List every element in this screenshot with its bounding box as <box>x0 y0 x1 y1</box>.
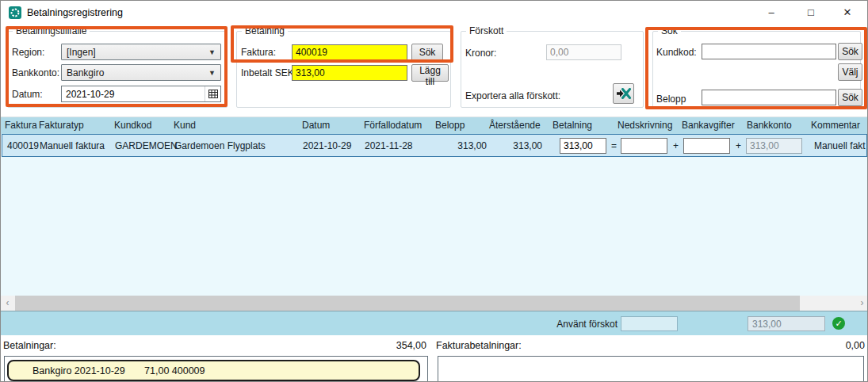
betalning-title: Betalning <box>242 25 288 36</box>
column-header-kundkod[interactable]: Kundkod <box>114 120 151 131</box>
valj-button[interactable]: Välj <box>838 63 862 81</box>
window-title: Betalningsregistrering <box>27 7 123 18</box>
lagg-till-button[interactable]: Lägg till <box>411 64 449 82</box>
equals-sign: = <box>611 140 617 151</box>
scroll-right-icon[interactable]: › <box>855 296 868 311</box>
scroll-left-icon[interactable]: ‹ <box>1 296 14 311</box>
app-icon-glyph <box>10 7 21 18</box>
belopp-sok-button[interactable]: Sök <box>838 89 862 106</box>
row-bankkonto-input <box>746 138 802 154</box>
row-kommentar: Manuell fakt <box>814 140 866 151</box>
betalningar-item-text: Bankgiro 2021-10-29 71,00 400009 <box>33 365 205 376</box>
plus-sign-2: + <box>736 140 741 151</box>
inbetalt-input[interactable] <box>292 65 407 81</box>
column-header-forfallodatum[interactable]: Förfallodatum <box>364 120 422 131</box>
row-kund: Gardemoen Flygplats <box>174 140 266 151</box>
anvant-forskott-bar: Använt förskot ✓ <box>1 311 868 335</box>
row-betalning-input[interactable] <box>560 138 606 154</box>
table-header-row: Faktura Fakturatyp Kundkod Kund Datum Fö… <box>1 117 868 134</box>
fakturabetalningar-listbox <box>438 356 864 382</box>
invoice-table: Faktura Fakturatyp Kundkod Kund Datum Fö… <box>1 117 868 296</box>
column-header-kund[interactable]: Kund <box>174 120 196 131</box>
kundkod-sok-button[interactable]: Sök <box>838 43 862 60</box>
calendar-icon[interactable] <box>205 86 220 101</box>
betalningar-list-item[interactable]: Bankgiro 2021-10-29 71,00 400009 <box>7 360 420 381</box>
datum-input[interactable] <box>62 86 205 101</box>
inbetalt-label: Inbetalt SEK: <box>241 67 296 78</box>
betalningsregistrering-window: Betalningsregistrering – □ ✕ Betalningst… <box>0 0 868 382</box>
invoice-row[interactable]: 400019 Manuell faktura GARDEMOEN Gardemo… <box>2 134 867 157</box>
column-header-kommentar[interactable]: Kommentar <box>811 120 860 131</box>
forskott-title: Förskott <box>466 25 507 36</box>
kronor-input <box>546 44 621 60</box>
export-excel-button[interactable] <box>613 83 634 104</box>
row-forfallodatum: 2021-11-28 <box>365 140 413 151</box>
belopp-label: Belopp <box>656 94 686 105</box>
faktura-label: Faktura: <box>241 47 276 58</box>
horizontal-scrollbar[interactable]: ‹ › <box>1 296 868 311</box>
chevron-down-icon: ▼ <box>208 69 216 77</box>
kundkod-input[interactable] <box>702 44 836 59</box>
bankkonto-label: Bankkonto: <box>12 67 59 78</box>
row-fakturatyp: Manuell faktura <box>40 140 105 151</box>
column-header-bankavgifter[interactable]: Bankavgifter <box>682 120 735 131</box>
fakturabetalningar-total: 0,00 <box>786 340 865 351</box>
row-bankavgifter-input[interactable] <box>683 138 730 154</box>
titlebar: Betalningsregistrering – □ ✕ <box>1 1 867 25</box>
minimize-button[interactable]: – <box>753 1 790 25</box>
bankkonto-select[interactable]: Bankgiro ▼ <box>61 64 221 81</box>
anvant-forskott-amount <box>748 316 825 331</box>
plus-sign-1: + <box>673 140 679 151</box>
fakturabetalningar-label: Fakturabetalningar: <box>436 340 522 351</box>
row-datum: 2021-10-29 <box>303 140 351 151</box>
app-icon <box>9 6 21 19</box>
belopp-input[interactable] <box>702 90 836 105</box>
chevron-down-icon: ▼ <box>208 48 216 56</box>
column-header-bankkonto[interactable]: Bankkonto <box>747 120 792 131</box>
region-label: Region: <box>12 47 44 58</box>
region-select[interactable]: [Ingen] ▼ <box>61 44 221 60</box>
row-nedskrivning-input[interactable] <box>621 138 667 154</box>
column-header-belopp[interactable]: Belopp <box>435 120 465 131</box>
betalningar-total: 354,00 <box>347 340 426 351</box>
column-header-fakturatyp[interactable]: Fakturatyp <box>39 120 84 131</box>
column-header-datum[interactable]: Datum <box>302 120 330 131</box>
anvant-forskott-label: Använt förskot <box>524 319 618 330</box>
region-value: [Ingen] <box>67 47 208 58</box>
betalningar-label: Betalningar: <box>3 340 56 351</box>
calendar-grid-glyph <box>208 90 218 98</box>
scrollbar-thumb[interactable] <box>15 296 800 311</box>
row-aterstaende: 313,00 <box>490 140 542 151</box>
column-header-nedskrivning[interactable]: Nedskrivning <box>618 120 672 131</box>
kronor-label: Kronor: <box>465 48 496 59</box>
row-kundkod: GARDEMOEN <box>115 140 178 151</box>
row-belopp: 313,00 <box>436 140 487 151</box>
betalningstillfalle-title: Betalningstillfälle <box>13 25 90 36</box>
close-button[interactable]: ✕ <box>829 1 866 25</box>
faktura-sok-button[interactable]: Sök <box>411 44 443 61</box>
excel-export-icon <box>617 88 631 99</box>
column-header-faktura[interactable]: Faktura <box>5 120 37 131</box>
sok-title: Sök <box>658 25 681 36</box>
faktura-input[interactable] <box>292 44 407 60</box>
row-faktura: 400019 <box>7 140 39 151</box>
exportera-label: Exportera alla förskott: <box>465 90 560 101</box>
anvant-forskott-input <box>621 316 678 331</box>
kundkod-label: Kundkod: <box>656 47 697 58</box>
maximize-button[interactable]: □ <box>793 1 829 25</box>
column-header-betalning[interactable]: Betalning <box>553 120 592 131</box>
bankkonto-value: Bankgiro <box>67 67 208 78</box>
column-header-aterstaende[interactable]: Återstående <box>489 120 541 131</box>
datum-field <box>61 86 221 102</box>
datum-label: Datum: <box>12 89 43 100</box>
success-check-icon: ✓ <box>832 317 845 330</box>
